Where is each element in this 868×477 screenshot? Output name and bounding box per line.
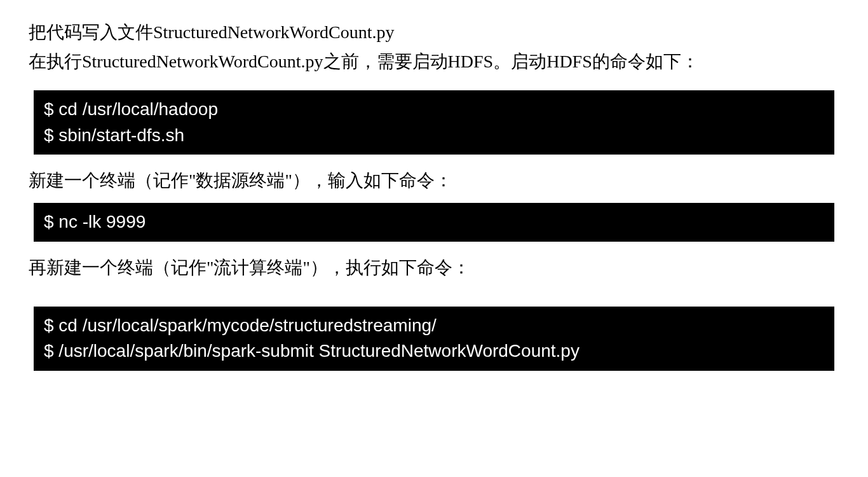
- intro-line-1: 把代码写入文件StructuredNetworkWordCount.py: [29, 19, 839, 46]
- code-block-hdfs: $ cd /usr/local/hadoop $ sbin/start-dfs.…: [34, 90, 834, 155]
- code-line: $ /usr/local/spark/bin/spark-submit Stru…: [44, 341, 580, 361]
- intro-paragraph-group: 把代码写入文件StructuredNetworkWordCount.py 在执行…: [29, 19, 839, 75]
- code-line: $ nc -lk 9999: [44, 212, 146, 232]
- code-block-nc: $ nc -lk 9999: [34, 203, 834, 242]
- paragraph-stream-terminal: 再新建一个终端（记作"流计算终端"），执行如下命令：: [29, 254, 839, 281]
- paragraph-data-source-terminal: 新建一个终端（记作"数据源终端"），输入如下命令：: [29, 167, 839, 194]
- code-block-spark-submit: $ cd /usr/local/spark/mycode/structureds…: [34, 307, 834, 371]
- code-line: $ cd /usr/local/hadoop: [44, 99, 218, 119]
- code-line: $ cd /usr/local/spark/mycode/structureds…: [44, 315, 437, 335]
- code-line: $ sbin/start-dfs.sh: [44, 125, 184, 145]
- intro-line-2: 在执行StructuredNetworkWordCount.py之前，需要启动H…: [29, 48, 839, 75]
